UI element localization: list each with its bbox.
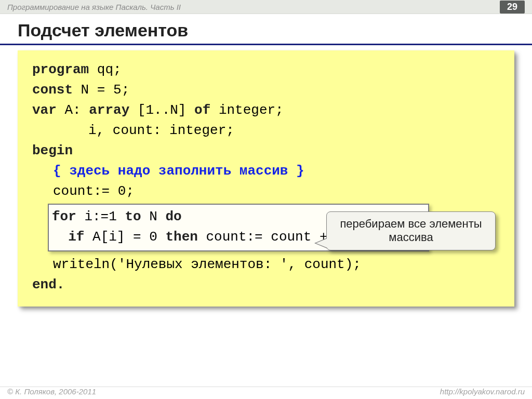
keyword-end: end. xyxy=(32,277,64,292)
presentation-title: Программирование на языке Паскаль. Часть… xyxy=(7,3,181,11)
copyright: © К. Поляков, 2006-2011 xyxy=(7,387,96,396)
slide: Программирование на языке Паскаль. Часть… xyxy=(0,0,532,399)
code-block: program qq; const N = 5; var A: array [1… xyxy=(18,50,514,307)
callout-annotation: перебираем все элементы массива xyxy=(326,211,496,250)
keyword-for: for xyxy=(52,209,76,224)
slide-header: Программирование на языке Паскаль. Часть… xyxy=(0,0,532,14)
keyword-var: var xyxy=(32,102,57,118)
footer-url: http://kpolyakov.narod.ru xyxy=(440,387,525,396)
code-content: program qq; const N = 5; var A: array [1… xyxy=(32,60,500,295)
slide-footer: © К. Поляков, 2006-2011 http://kpolyakov… xyxy=(0,387,532,396)
code-comment: { здесь надо заполнить массив } xyxy=(32,161,304,181)
slide-title: Подсчет элементов xyxy=(0,14,532,45)
keyword-const: const xyxy=(32,82,73,98)
keyword-begin: begin xyxy=(32,143,73,158)
slide-number: 29 xyxy=(500,1,525,14)
keyword-program: program xyxy=(32,62,89,77)
keyword-if: if xyxy=(68,229,84,245)
